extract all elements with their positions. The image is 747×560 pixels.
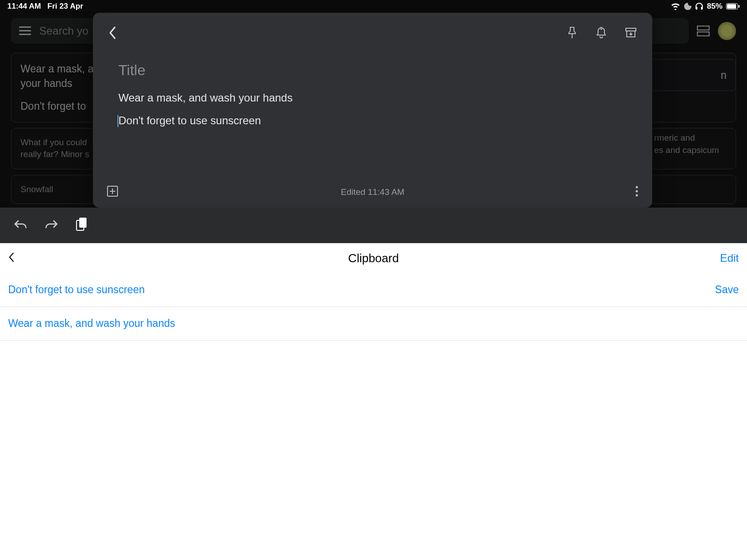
moon-icon bbox=[684, 3, 691, 10]
note-editor-modal: Title Wear a mask, and wash your hands D… bbox=[93, 13, 652, 208]
status-bar: 11:44 AM Fri 23 Apr 85% bbox=[0, 0, 747, 13]
svg-rect-2 bbox=[738, 5, 740, 8]
note-card[interactable]: n bbox=[645, 59, 736, 91]
redo-icon[interactable] bbox=[45, 219, 58, 232]
note-card[interactable]: rmeric and es and capsicum bbox=[645, 124, 736, 164]
svg-rect-3 bbox=[19, 26, 31, 28]
account-avatar[interactable] bbox=[718, 22, 736, 40]
battery-icon bbox=[726, 3, 740, 10]
clipboard-item-text: Wear a mask, and wash your hands bbox=[8, 317, 175, 330]
note-body-line[interactable]: Wear a mask, and wash your hands bbox=[118, 92, 627, 104]
back-button[interactable] bbox=[108, 26, 117, 41]
svg-rect-6 bbox=[697, 26, 709, 30]
headphones-icon bbox=[695, 3, 703, 10]
svg-point-12 bbox=[636, 194, 638, 196]
clipboard-icon[interactable] bbox=[76, 218, 87, 233]
background-right-cards: n rmeric and es and capsicum bbox=[645, 59, 736, 170]
svg-rect-8 bbox=[626, 28, 636, 31]
view-toggle-icon[interactable] bbox=[697, 25, 710, 37]
clipboard-save-button[interactable]: Save bbox=[715, 284, 739, 296]
clipboard-panel: Clipboard Edit Don't forget to use sunsc… bbox=[0, 243, 747, 560]
clipboard-item[interactable]: Don't forget to use sunscreen Save bbox=[0, 273, 747, 307]
battery-percent: 85% bbox=[707, 2, 722, 11]
wifi-icon bbox=[670, 3, 680, 10]
clipboard-item[interactable]: Wear a mask, and wash your hands bbox=[0, 307, 747, 341]
archive-icon[interactable] bbox=[625, 27, 637, 40]
svg-rect-1 bbox=[727, 4, 736, 9]
clipboard-edit-button[interactable]: Edit bbox=[720, 252, 739, 265]
svg-rect-7 bbox=[697, 32, 709, 36]
svg-rect-14 bbox=[79, 218, 87, 228]
clipboard-item-text: Don't forget to use sunscreen bbox=[8, 284, 145, 296]
note-body-line[interactable]: Don't forget to use sunscreen bbox=[118, 114, 627, 127]
undo-icon[interactable] bbox=[14, 219, 27, 232]
pin-icon[interactable] bbox=[567, 26, 578, 41]
menu-icon[interactable] bbox=[19, 26, 31, 36]
clipboard-title: Clipboard bbox=[348, 251, 399, 265]
svg-rect-4 bbox=[19, 30, 31, 31]
more-icon[interactable] bbox=[635, 185, 639, 199]
add-icon[interactable] bbox=[107, 185, 118, 199]
clipboard-back-button[interactable] bbox=[8, 252, 15, 264]
edited-timestamp: Edited 11:43 AM bbox=[341, 187, 404, 197]
reminder-icon[interactable] bbox=[596, 26, 607, 41]
search-placeholder: Search yo bbox=[39, 25, 88, 37]
svg-rect-5 bbox=[19, 34, 31, 35]
status-time: 11:44 AM bbox=[7, 2, 41, 11]
keyboard-toolbar bbox=[0, 208, 747, 243]
note-title-field[interactable]: Title bbox=[118, 62, 627, 79]
status-right: 85% bbox=[670, 2, 740, 11]
svg-point-10 bbox=[636, 186, 638, 188]
svg-point-11 bbox=[636, 190, 638, 192]
status-date: Fri 23 Apr bbox=[47, 2, 83, 11]
